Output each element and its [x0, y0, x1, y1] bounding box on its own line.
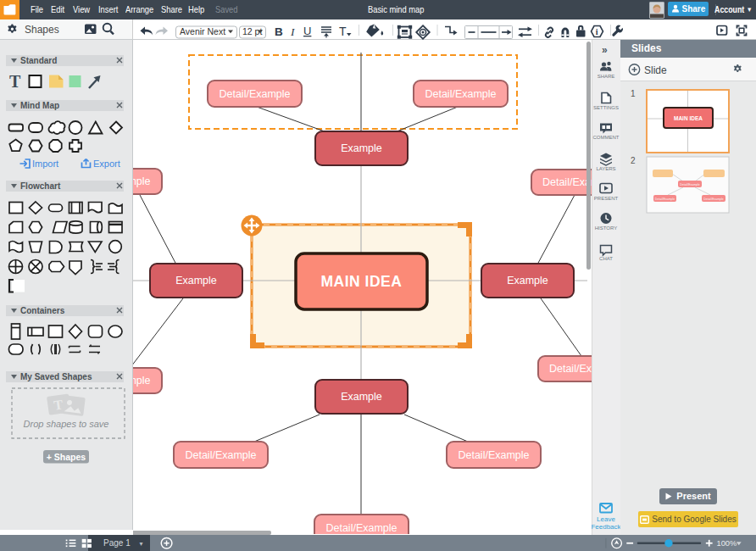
svg-text:Detail/Example: Detail/Example: [185, 449, 256, 461]
svg-text:Example: Example: [341, 391, 382, 403]
svg-text:Example: Example: [341, 142, 382, 154]
svg-text:Detail/Example: Detail/Example: [703, 198, 724, 201]
svg-text:Example: Example: [175, 275, 217, 287]
svg-text:Detail/Example: Detail/Example: [325, 522, 397, 534]
svg-text:Import: Import: [32, 159, 58, 169]
svg-text:PRESENT: PRESENT: [594, 196, 619, 201]
svg-text:T: T: [339, 25, 347, 38]
svg-text:Standard: Standard: [20, 56, 57, 65]
svg-text:Detail/Example: Detail/Example: [680, 183, 700, 186]
svg-text:CHAT: CHAT: [599, 256, 613, 261]
svg-text:Feedback: Feedback: [592, 523, 620, 531]
svg-text:COMMENT: COMMENT: [593, 135, 620, 140]
svg-text:Containers: Containers: [20, 306, 65, 315]
svg-text:Avenir Next: Avenir Next: [180, 26, 225, 36]
svg-text:Flowchart: Flowchart: [20, 181, 61, 191]
svg-text:Example: Example: [507, 275, 548, 287]
svg-text:Detail/Example: Detail/Example: [542, 176, 592, 188]
svg-text:Detail/Example: Detail/Example: [549, 363, 592, 375]
svg-text:Drop shapes to save: Drop shapes to save: [24, 419, 109, 429]
svg-text:2: 2: [631, 156, 636, 165]
svg-text:SHARE: SHARE: [598, 74, 615, 79]
svg-text:Export: Export: [93, 159, 120, 169]
svg-text:LAYERS: LAYERS: [596, 166, 615, 171]
svg-text:Detail/Example: Detail/Example: [219, 88, 290, 100]
svg-text:Slide: Slide: [644, 64, 667, 76]
svg-text:»: »: [602, 44, 608, 56]
svg-text:Leave: Leave: [597, 515, 615, 523]
svg-text:T: T: [9, 72, 21, 91]
svg-text:Detail/Example: Detail/Example: [458, 449, 529, 461]
svg-text:My Saved Shapes: My Saved Shapes: [20, 372, 92, 381]
svg-text:1: 1: [631, 89, 636, 98]
svg-text:I: I: [290, 25, 296, 38]
svg-text:B: B: [275, 25, 283, 38]
svg-text:Detail/Example: Detail/Example: [425, 88, 496, 100]
svg-text:SETTINGS: SETTINGS: [593, 105, 619, 110]
svg-text:HISTORY: HISTORY: [595, 225, 617, 231]
svg-text:U: U: [303, 25, 311, 37]
svg-text:+ Shapes: + Shapes: [47, 452, 86, 462]
svg-text:MAIN IDEA: MAIN IDEA: [321, 273, 403, 290]
svg-text:Mind Map: Mind Map: [20, 101, 59, 110]
svg-text:i: i: [596, 27, 598, 36]
svg-text:MAIN IDEA: MAIN IDEA: [674, 115, 703, 121]
svg-text:Detail/Example: Detail/Example: [655, 198, 675, 201]
svg-text:Detail/Example: Detail/Example: [133, 375, 151, 387]
svg-text:Detail/Example: Detail/Example: [133, 175, 151, 187]
